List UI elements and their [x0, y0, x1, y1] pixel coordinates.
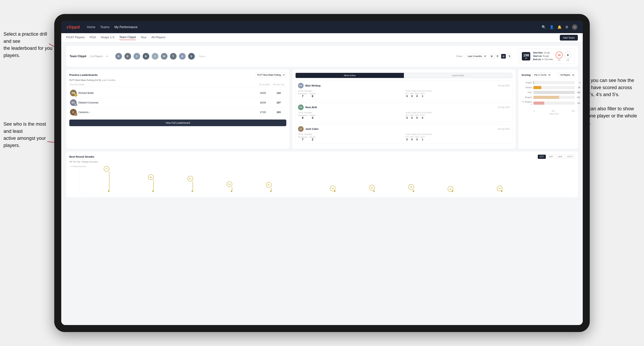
- person-icon[interactable]: 👤: [550, 25, 554, 29]
- nav-teams[interactable]: Teams: [100, 25, 110, 29]
- subnav-tour[interactable]: Tour: [141, 36, 146, 40]
- bar-label: D. Bogeys +: [522, 101, 532, 106]
- yds-start-val: 16: [556, 51, 562, 58]
- lb-name-2: Edward Crossman: [78, 101, 254, 104]
- lb-avatar-2: EC 2: [70, 99, 77, 106]
- shot-number: 198 SC: [522, 52, 530, 60]
- bar-label: Pars: [522, 91, 532, 94]
- player-avatar-7[interactable]: T: [170, 53, 176, 60]
- navbar: clippd Home Teams My Performance 🔍 👤 🔔 ⚙…: [61, 21, 583, 33]
- app-logo: clippd: [66, 25, 80, 29]
- subnav-all-players[interactable]: All Players: [152, 36, 166, 40]
- streak-btn-app[interactable]: APP: [547, 155, 555, 159]
- search-icon[interactable]: 🔍: [542, 25, 546, 29]
- pac-name-3: Josh Coles: [306, 128, 318, 130]
- avatar[interactable]: U: [572, 24, 578, 30]
- practice-label: Practice: [310, 93, 316, 95]
- chart-axis: 0 200 400: [522, 110, 575, 112]
- pac-header-3: JC Josh Coles 26 Aug 2023: [298, 126, 510, 132]
- col-player-name: PLAYER NAME: [70, 84, 258, 86]
- bar-val: 3: [579, 81, 580, 84]
- col-pb-avg: PB AVG SQ: [272, 84, 286, 86]
- streak-btn-ott[interactable]: OTT: [538, 155, 546, 159]
- activity-card-2: RB Rees Britt 02 Sep 2023 Total Rounds T…: [296, 102, 512, 122]
- streak-dot-line: [271, 188, 272, 191]
- tab-most-active[interactable]: Most Active: [296, 73, 404, 78]
- team-controls: Show: Last 3 months Last 6 months Last y…: [456, 54, 512, 59]
- pac-stats-1: Total Rounds Tournament 7 Practice 6: [298, 90, 510, 98]
- active-tabs: Most Active Least Active: [296, 73, 512, 78]
- team-edit-icon[interactable]: ✏: [106, 55, 108, 58]
- subnav-pgat[interactable]: PGAT Players: [66, 36, 85, 40]
- annotation-bottom-left: See who is the most and leastactive amon…: [4, 121, 51, 149]
- tab-least-active[interactable]: Least Active: [404, 73, 512, 78]
- lb-score-3: 17/20: [256, 111, 270, 114]
- leaderboard-row-2[interactable]: EC 2 Edward Crossman 18/20 107: [69, 98, 286, 107]
- subnav-pga[interactable]: PGA: [90, 36, 96, 40]
- bar-row-d.bogeys+: D. Bogeys + 131: [522, 101, 575, 106]
- bar-row-pars: Pars 499: [522, 91, 575, 94]
- pac-stats-2: Total Rounds Tournament 8 Practice 4: [298, 112, 510, 120]
- pac-activities-1: Total Practice Activities OTT0 APP0 ARG0…: [405, 90, 510, 98]
- sort-icon[interactable]: ⇅: [507, 54, 512, 59]
- lb-name-1: Richard Butler: [78, 92, 254, 94]
- grid-view-icon[interactable]: ⊞: [489, 54, 494, 59]
- show-select[interactable]: Last 3 months Last 6 months Last year: [465, 54, 487, 59]
- detail-view-icon[interactable]: ▤: [501, 54, 506, 59]
- team-header: Team Clippd | 14 Players ✏ R E C B J M T…: [66, 46, 578, 67]
- pac-total-rounds-3: Total Rounds Tournament 7 Practice 2: [298, 134, 402, 141]
- settings-icon[interactable]: ⚙: [565, 25, 568, 29]
- player-avatar-2[interactable]: E: [124, 53, 131, 60]
- streak-dot-base: [231, 190, 232, 192]
- streak-dot-base: [334, 190, 336, 192]
- streak-btn-putt[interactable]: PUTT: [566, 155, 575, 159]
- tablet-screen: clippd Home Teams My Performance 🔍 👤 🔔 ⚙…: [61, 21, 583, 325]
- bar-fill: [534, 91, 575, 94]
- yds-end-label: yds: [566, 59, 569, 61]
- player-avatar-8[interactable]: A: [179, 53, 186, 60]
- scoring-title: Scoring: [522, 74, 530, 76]
- yds-end-val: 0: [564, 51, 572, 58]
- player-avatar-9[interactable]: S: [188, 53, 195, 60]
- leaderboard-row-3[interactable]: C 3 Cameron... 17/20 103: [69, 107, 286, 117]
- player-avatar-5[interactable]: J: [152, 53, 158, 60]
- pac-date-2: 02 Sep 2023: [498, 106, 510, 109]
- leaderboard-row-1[interactable]: RB 1 Richard Butler 19/20 110: [69, 88, 286, 98]
- player-avatar-3[interactable]: C: [134, 53, 140, 60]
- subnav-team-clippd[interactable]: Team Clippd: [119, 35, 136, 40]
- view-full-leaderboard-button[interactable]: View Full Leaderboard: [69, 120, 286, 126]
- panels-row: Practice Leaderboards PUTT Must Make Put…: [66, 70, 578, 149]
- player-avatar-4[interactable]: B: [142, 53, 149, 60]
- streak-dot-base: [270, 190, 272, 192]
- subnav-hcaps[interactable]: Hcaps 1-5: [101, 36, 114, 40]
- player-avatar-6[interactable]: M: [161, 53, 168, 60]
- streak-dot-circle: 4x: [408, 184, 414, 190]
- pac-tournament-1: 7: [302, 95, 304, 98]
- scoring-filter-par[interactable]: Par 3, 4 & 5s: [532, 73, 551, 77]
- bell-icon[interactable]: 🔔: [558, 25, 562, 29]
- pac-avatar-1: BM: [298, 83, 304, 88]
- lb-score-2: 18/20: [256, 101, 270, 104]
- nav-home[interactable]: Home: [87, 25, 96, 29]
- streak-dot-circle: 4x: [369, 185, 375, 190]
- player-avatar-1[interactable]: R: [115, 53, 122, 60]
- bar-label: Bogeys: [522, 96, 532, 99]
- add-team-button[interactable]: Add Team: [560, 35, 578, 40]
- scoring-filter-players[interactable]: All Players: [558, 73, 575, 77]
- subnav: PGAT Players PGA Hcaps 1-5 Team Clippd T…: [61, 33, 583, 42]
- practice-leaderboards-panel: Practice Leaderboards PUTT Must Make Put…: [66, 70, 290, 149]
- shot-yds: 16 yds 0 yds: [556, 51, 572, 61]
- pac-activities-3: Total Practice Activities OTT0 APP0 ARG0…: [405, 134, 510, 141]
- activity-card-3: JC Josh Coles 26 Aug 2023 Total Rounds T…: [296, 124, 512, 144]
- nav-icons: 🔍 👤 🔔 ⚙ U: [542, 24, 578, 30]
- pac-name-2: Rees Britt: [306, 106, 317, 109]
- pac-total-rounds-2: Total Rounds Tournament 8 Practice 4: [298, 112, 402, 120]
- streak-dot-base: [373, 190, 375, 192]
- streak-dot-base: [501, 190, 502, 192]
- nav-my-performance[interactable]: My Performance: [114, 25, 138, 29]
- streak-btn-arg[interactable]: ARG: [556, 155, 564, 159]
- tournament-label: Tournament: [298, 93, 307, 95]
- bar-track: 131: [534, 102, 575, 105]
- drill-dropdown[interactable]: PUTT Must Make Putting... ▾: [255, 73, 286, 77]
- list-view-icon[interactable]: ☰: [495, 54, 500, 59]
